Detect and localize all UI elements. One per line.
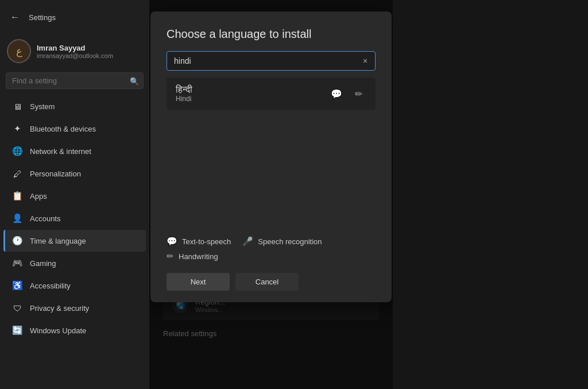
sidebar-item-bluetooth[interactable]: ✦ Bluetooth & devices	[3, 118, 146, 140]
feature-handwriting: ✏ Handwriting	[167, 251, 218, 261]
speech-recognition-label: Speech recognition	[258, 237, 322, 246]
nav-icon-accessibility: ♿	[11, 280, 23, 291]
text-to-speech-label: Text-to-speech	[182, 237, 231, 246]
modal-search: ×	[167, 51, 376, 71]
text-to-speech-icon: 💬	[167, 236, 177, 247]
feature-row-1: 💬 Text-to-speech 🎤 Speech recognition	[167, 236, 376, 247]
user-email: imransayyad@outlook.com	[37, 52, 113, 59]
modal-empty-area	[167, 117, 376, 232]
modal-footer: Next Cancel	[167, 273, 376, 291]
nav-icon-network: 🌐	[11, 145, 23, 157]
language-install-modal: Choose a language to install × हिन्दी Hi…	[150, 11, 392, 302]
nav-label-bluetooth: Bluetooth & devices	[30, 125, 96, 133]
feature-row-2: ✏ Handwriting	[167, 251, 376, 261]
sidebar-item-gaming[interactable]: 🎮 Gaming	[3, 252, 146, 274]
result-native: हिन्दी	[176, 84, 192, 95]
feature-speech-recognition: 🎤 Speech recognition	[242, 236, 322, 247]
search-input[interactable]	[6, 72, 144, 89]
sidebar-item-apps[interactable]: 📋 Apps	[3, 185, 146, 207]
nav-icon-personalization: 🖊	[11, 168, 23, 179]
clear-search-button[interactable]: ×	[359, 55, 371, 67]
nav-list: 🖥 System ✦ Bluetooth & devices 🌐 Network…	[0, 94, 149, 389]
handwriting-label: Handwriting	[179, 252, 218, 261]
sidebar: ← Settings ع Imran Sayyad imransayyad@ou…	[0, 0, 149, 389]
cancel-button[interactable]: Cancel	[235, 273, 299, 291]
search-box: 🔍	[6, 72, 144, 89]
nav-icon-gaming: 🎮	[11, 257, 23, 269]
user-name: Imran Sayyad	[37, 44, 113, 52]
sidebar-item-time[interactable]: 🕐 Time & language	[3, 230, 146, 252]
nav-label-time: Time & language	[30, 237, 86, 245]
sidebar-title: Settings	[29, 13, 56, 22]
modal-features: 💬 Text-to-speech 🎤 Speech recognition ✏ …	[167, 232, 376, 261]
nav-label-privacy: Privacy & security	[30, 304, 89, 313]
sidebar-item-network[interactable]: 🌐 Network & internet	[3, 140, 146, 162]
sidebar-item-update[interactable]: 🔄 Windows Update	[3, 319, 146, 341]
result-handwriting-button[interactable]: ✏	[350, 86, 366, 102]
language-search-input[interactable]	[167, 51, 376, 71]
nav-icon-time: 🕐	[11, 235, 23, 247]
language-result-item[interactable]: हिन्दी Hindi 💬 ✏	[167, 78, 376, 110]
sidebar-item-accounts[interactable]: 👤 Accounts	[3, 207, 146, 229]
handwriting-icon: ✏	[167, 251, 174, 261]
modal-overlay: Choose a language to install × हिन्दी Hi…	[149, 0, 393, 389]
sidebar-item-system[interactable]: 🖥 System	[3, 95, 146, 117]
right-panel	[393, 0, 588, 389]
sidebar-item-personalization[interactable]: 🖊 Personalization	[3, 163, 146, 184]
nav-label-update: Windows Update	[30, 326, 86, 335]
result-actions: 💬 ✏	[328, 86, 366, 102]
user-profile: ع Imran Sayyad imransayyad@outlook.com	[0, 34, 149, 70]
nav-icon-privacy: 🛡	[11, 302, 23, 314]
nav-icon-bluetooth: ✦	[11, 123, 23, 134]
nav-icon-update: 🔄	[11, 325, 23, 336]
nav-label-gaming: Gaming	[30, 259, 56, 268]
nav-icon-system: 🖥	[11, 101, 23, 112]
nav-icon-apps: 📋	[11, 190, 23, 202]
main-content: Time & l Language 🖥 Windows display lang…	[149, 0, 393, 389]
speech-recognition-icon: 🎤	[242, 236, 253, 247]
user-info: Imran Sayyad imransayyad@outlook.com	[37, 44, 113, 59]
nav-label-system: System	[30, 102, 55, 111]
back-button[interactable]: ←	[7, 9, 23, 25]
avatar: ع	[7, 39, 31, 63]
next-button[interactable]: Next	[167, 273, 230, 291]
result-english: Hindi	[176, 95, 192, 103]
sidebar-item-accessibility[interactable]: ♿ Accessibility	[3, 275, 146, 296]
nav-label-network: Network & internet	[30, 147, 91, 156]
nav-label-personalization: Personalization	[30, 170, 81, 178]
sidebar-item-privacy[interactable]: 🛡 Privacy & security	[3, 297, 146, 319]
result-text: हिन्दी Hindi	[176, 84, 192, 103]
feature-text-to-speech: 💬 Text-to-speech	[167, 236, 231, 247]
modal-title: Choose a language to install	[167, 28, 376, 41]
search-icon: 🔍	[130, 76, 139, 85]
nav-label-accounts: Accounts	[30, 214, 60, 223]
nav-label-accessibility: Accessibility	[30, 282, 71, 290]
result-speech-button[interactable]: 💬	[328, 86, 345, 102]
nav-icon-accounts: 👤	[11, 213, 23, 224]
sidebar-header: ← Settings	[0, 0, 149, 34]
nav-label-apps: Apps	[30, 192, 47, 201]
